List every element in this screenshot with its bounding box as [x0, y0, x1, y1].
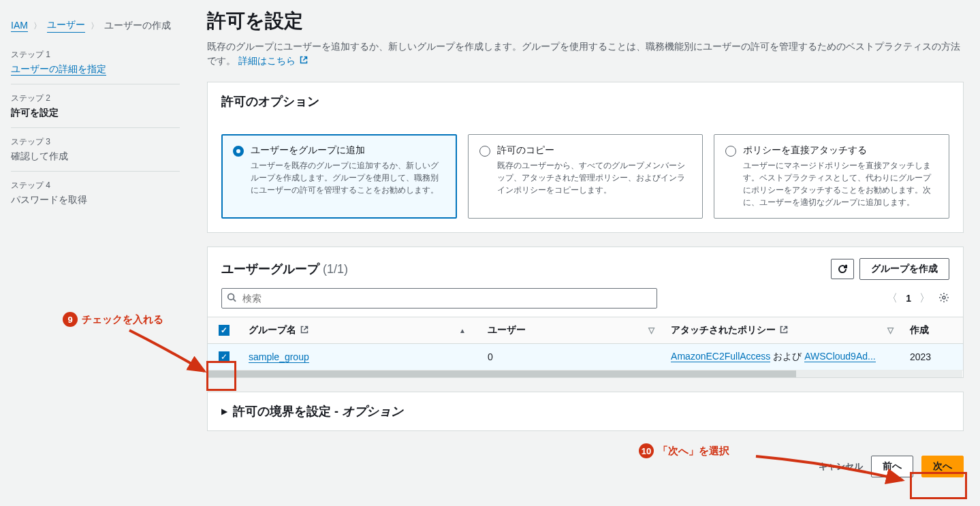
table-header: ✓ グループ名 ▲ ユーザー ▽ アタッチされたポリシー ▽	[208, 317, 963, 344]
filter-icon: ▽	[648, 326, 654, 335]
external-link-icon	[300, 54, 308, 68]
page-subtitle: 既存のグループにユーザーを追加するか、新しいグループを作成します。グループを使用…	[207, 39, 964, 68]
chevron-right-icon: 〉	[91, 20, 99, 32]
option-copy-permissions[interactable]: 許可のコピー 既存のユーザーから、すべてのグループメンバーシップ、アタッチされた…	[468, 134, 704, 219]
group-count: (1/1)	[323, 262, 348, 276]
page-title: 許可を設定	[207, 8, 964, 34]
refresh-button[interactable]	[831, 259, 854, 279]
step-1[interactable]: ステップ 1 ユーザーの詳細を指定	[11, 41, 180, 84]
option-desc: 既存のユーザーから、すべてのグループメンバーシップ、アタッチされた管理ポリシー、…	[497, 159, 692, 196]
col-group-name[interactable]: グループ名 ▲	[240, 317, 479, 343]
next-page-button[interactable]: 〉	[919, 291, 930, 306]
step-number: ステップ 2	[11, 93, 180, 104]
col-created[interactable]: 作成	[902, 317, 963, 343]
radio-icon	[479, 146, 490, 157]
step-title: パスワードを取得	[11, 194, 180, 206]
refresh-icon	[837, 264, 848, 274]
option-desc: ユーザーを既存のグループに追加するか、新しいグループを作成します。グループを使用…	[251, 159, 445, 196]
triangle-right-icon: ▶	[221, 407, 227, 416]
step-4: ステップ 4 パスワードを取得	[11, 172, 180, 215]
groups-table: ✓ グループ名 ▲ ユーザー ▽ アタッチされたポリシー ▽	[208, 317, 963, 377]
col-policies[interactable]: アタッチされたポリシー ▽	[663, 317, 902, 343]
permissions-options-panel: 許可のオプション ユーザーをグループに追加 ユーザーを既存のグループに追加するか…	[207, 82, 964, 233]
search-input[interactable]	[221, 288, 657, 309]
radio-icon	[233, 146, 244, 157]
permissions-boundary-panel: ▶ 許可の境界を設定 - オプション	[207, 392, 964, 431]
option-add-to-group[interactable]: ユーザーをグループに追加 ユーザーを既存のグループに追加するか、新しいグループを…	[221, 134, 457, 219]
prev-page-button[interactable]: 〈	[887, 291, 898, 306]
svg-point-0	[228, 294, 234, 300]
sort-asc-icon: ▲	[459, 327, 466, 334]
annotation-text: 「次へ」を選択	[658, 445, 729, 458]
policy-link[interactable]: AmazonEC2FullAccess	[671, 351, 770, 362]
radio-icon	[725, 146, 736, 157]
option-title: ユーザーをグループに追加	[251, 144, 445, 157]
search-icon	[227, 293, 236, 304]
next-button[interactable]: 次へ	[921, 456, 964, 477]
annotation-10: 10 「次へ」を選択	[639, 443, 729, 458]
row-checkbox[interactable]: ✓	[219, 351, 230, 362]
expand-toggle[interactable]: ▶ 許可の境界を設定 - オプション	[208, 392, 963, 430]
option-desc: ユーザーにマネージドポリシーを直接アタッチします。ベストプラクティスとして、代わ…	[743, 159, 938, 208]
cell-users: 0	[479, 345, 663, 369]
external-link-icon	[300, 325, 309, 336]
step-3: ステップ 3 確認して作成	[11, 128, 180, 172]
step-number: ステップ 3	[11, 136, 180, 148]
option-title: 許可のコピー	[497, 144, 692, 157]
panel-title: ユーザーグループ (1/1)	[221, 261, 348, 277]
learn-more-link[interactable]: 詳細はこちら	[238, 55, 308, 66]
select-all-checkbox[interactable]: ✓	[219, 325, 230, 336]
pagination: 〈 1 〉	[887, 291, 949, 306]
annotation-9: 9 チェックを入れる	[63, 312, 163, 327]
group-name-link[interactable]: sample_group	[249, 351, 309, 363]
create-group-button[interactable]: グループを作成	[859, 258, 949, 280]
step-title: 許可を設定	[11, 107, 180, 119]
step-number: ステップ 1	[11, 49, 180, 61]
step-title: 確認して作成	[11, 151, 180, 163]
option-attach-policy[interactable]: ポリシーを直接アタッチする ユーザーにマネージドポリシーを直接アタッチします。ベ…	[714, 134, 949, 219]
breadcrumb-users[interactable]: ユーザー	[47, 19, 85, 33]
policy-link[interactable]: AWSCloud9Ad...	[804, 351, 876, 362]
cell-policies: AmazonEC2FullAccess および AWSCloud9Ad...	[663, 344, 902, 370]
settings-button[interactable]	[938, 292, 949, 305]
chevron-right-icon: 〉	[33, 20, 42, 32]
footer-actions: キャンセル 前へ 次へ	[207, 445, 964, 488]
horizontal-scrollbar[interactable]	[208, 370, 962, 377]
breadcrumb-current: ユーザーの作成	[104, 20, 171, 32]
table-row[interactable]: ✓ sample_group 0 AmazonEC2FullAccess および…	[208, 344, 963, 370]
user-groups-panel: ユーザーグループ (1/1) グループを作成	[207, 247, 964, 378]
annotation-text: チェックを入れる	[82, 313, 163, 326]
external-link-icon	[780, 325, 788, 336]
option-title: ポリシーを直接アタッチする	[743, 144, 938, 157]
wizard-sidebar: IAM 〉 ユーザー 〉 ユーザーの作成 ステップ 1 ユーザーの詳細を指定 ス…	[0, 0, 191, 506]
annotation-badge: 9	[63, 312, 78, 327]
step-number: ステップ 4	[11, 180, 180, 191]
step-title: ユーザーの詳細を指定	[11, 63, 106, 76]
gear-icon	[938, 292, 949, 303]
svg-point-1	[943, 296, 945, 299]
breadcrumb: IAM 〉 ユーザー 〉 ユーザーの作成	[11, 14, 180, 41]
col-users[interactable]: ユーザー ▽	[479, 317, 663, 343]
filter-icon: ▽	[887, 326, 894, 335]
cell-created: 2023	[902, 345, 963, 369]
previous-button[interactable]: 前へ	[871, 456, 913, 477]
main-content: 許可を設定 既存のグループにユーザーを追加するか、新しいグループを作成します。グ…	[191, 0, 980, 506]
annotation-badge: 10	[639, 443, 654, 458]
scrollbar-thumb[interactable]	[208, 370, 796, 377]
search-box	[221, 288, 657, 309]
cancel-button[interactable]: キャンセル	[819, 460, 863, 473]
page-number: 1	[906, 293, 911, 304]
step-2: ステップ 2 許可を設定	[11, 84, 180, 128]
panel-title: 許可のオプション	[221, 93, 949, 110]
breadcrumb-iam[interactable]: IAM	[11, 20, 28, 32]
